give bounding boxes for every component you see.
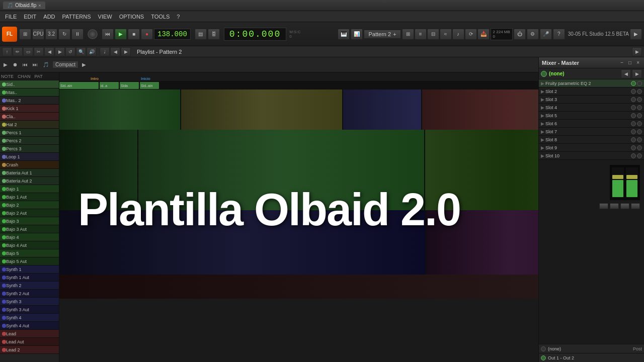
track-row[interactable]: Lead: [0, 330, 59, 338]
track-row[interactable]: Cla..: [0, 113, 59, 121]
menu-view[interactable]: VIEW: [95, 13, 115, 21]
mix-btn3[interactable]: ⊟: [427, 29, 439, 40]
menu-options[interactable]: OPTIONS: [116, 13, 147, 21]
track-content-area[interactable]: Intro Inicio // Will render ruler number…: [59, 72, 538, 362]
track-row[interactable]: Hat 2: [0, 121, 59, 129]
tool-arrow[interactable]: ↑: [2, 47, 12, 56]
playlist-pattern-icon[interactable]: 🎵: [41, 61, 50, 68]
tool-left[interactable]: ◀: [110, 47, 120, 56]
mix-btn6[interactable]: ⟳: [465, 29, 477, 40]
mixer-output-1-2[interactable]: Out 1 - Out 2: [539, 353, 644, 362]
track-row[interactable]: Bateria Aut 2: [0, 177, 59, 185]
menu-patterns[interactable]: PATTERNS: [59, 13, 94, 21]
playlist-scroll-right[interactable]: ▶: [632, 47, 642, 56]
tool-pencil[interactable]: ✏: [13, 47, 23, 56]
playlist-prev-btn[interactable]: ⏮: [21, 61, 29, 68]
track-row[interactable]: Lead 2: [0, 346, 59, 354]
mixer-icon-2[interactable]: 🎛: [208, 29, 220, 40]
tool-notes[interactable]: ♩: [100, 47, 110, 56]
track-row[interactable]: Synth 1 Aut: [0, 274, 59, 282]
menu-file[interactable]: File: [2, 13, 20, 21]
track-row[interactable]: Lead Aut: [0, 338, 59, 346]
track-row[interactable]: Synth 2 Aut: [0, 290, 59, 298]
view-btn2[interactable]: 📊: [351, 29, 363, 40]
nav-right[interactable]: ▶: [630, 29, 642, 40]
fader-control-2[interactable]: [610, 203, 619, 209]
playlist-play-btn[interactable]: ▶: [2, 61, 9, 68]
track-row[interactable]: Synth 2: [0, 282, 59, 290]
track-row[interactable]: Bajo 2: [0, 201, 59, 209]
steps-btn[interactable]: 3.2: [45, 29, 57, 40]
cpu-btn[interactable]: CPU: [32, 29, 44, 40]
mixer-minimize-btn[interactable]: −: [619, 59, 625, 66]
tool-cut[interactable]: ✂: [34, 47, 44, 56]
fader-control-1[interactable]: [599, 203, 608, 209]
file-tab[interactable]: 🎵 Olbaid.flp ×: [3, 2, 45, 9]
track-row[interactable]: Bajo 1: [0, 185, 59, 193]
playlist-settings-btn[interactable]: ▶: [80, 61, 88, 68]
menu-add[interactable]: ADD: [40, 13, 58, 21]
mix-btn7[interactable]: 📥: [477, 29, 490, 40]
snap-btn[interactable]: ⊞: [19, 29, 31, 40]
menu-tools[interactable]: tooLS: [148, 13, 173, 21]
mixer-slot-1[interactable]: ▶ Fruity parametric EQ 2: [539, 79, 644, 87]
mix-btn2[interactable]: ≡: [415, 29, 427, 40]
master-volume-knob[interactable]: [88, 29, 98, 39]
icon-btn4[interactable]: ?: [553, 29, 565, 40]
mixer-slot-8[interactable]: ▶ Slot 8: [539, 136, 644, 144]
track-row[interactable]: Mas..: [0, 88, 59, 97]
mixer-maximize-btn[interactable]: □: [627, 59, 633, 66]
eq-btn[interactable]: ⏸: [71, 29, 84, 40]
mixer-slot-2[interactable]: ▶ Slot 2: [539, 87, 644, 96]
icon-btn2[interactable]: ⚙: [527, 29, 539, 40]
track-row[interactable]: Bajo 5: [0, 249, 59, 257]
mixer-close-btn[interactable]: ×: [635, 59, 641, 66]
track-row[interactable]: Synth 3: [0, 298, 59, 306]
tool-speaker[interactable]: 🔊: [87, 47, 97, 56]
none-selector[interactable]: (none): [549, 71, 565, 76]
mixer-slot-7[interactable]: ▶ Slot 7: [539, 128, 644, 136]
track-row[interactable]: Bajo 3 Aut: [0, 225, 59, 233]
play-btn[interactable]: ▶: [115, 29, 127, 40]
close-tab-button[interactable]: ×: [38, 3, 41, 8]
tool-right[interactable]: ▶: [121, 47, 131, 56]
mixer-slot-6[interactable]: ▶ Slot 6: [539, 120, 644, 128]
mix-btn5[interactable]: ♪: [452, 29, 464, 40]
mixer-icon-1[interactable]: ▤: [195, 29, 207, 40]
mixer-slot-9[interactable]: ▶ Slot 9: [539, 144, 644, 152]
record-btn[interactable]: ●: [141, 29, 153, 40]
track-row[interactable]: Bajo 1 Aut: [0, 193, 59, 201]
track-row[interactable]: Kick 1: [0, 105, 59, 113]
track-row[interactable]: Bajo 4 Aut: [0, 241, 59, 249]
mixer-output-none[interactable]: (none) Post: [539, 344, 644, 353]
track-row[interactable]: Bajo 5 Aut: [0, 257, 59, 265]
tool-prev[interactable]: ◀: [44, 47, 54, 56]
track-row[interactable]: Bateria Aut 1: [0, 169, 59, 177]
track-row[interactable]: Bajo 4: [0, 233, 59, 241]
mixer-nav-left[interactable]: ◀: [621, 69, 631, 78]
track-row[interactable]: Crash: [0, 161, 59, 169]
loop-btn[interactable]: ↻: [58, 29, 70, 40]
track-row[interactable]: Synth 3 Aut: [0, 306, 59, 314]
fader-control-4[interactable]: [631, 203, 640, 209]
mix-btn4[interactable]: ≈: [440, 29, 452, 40]
mixer-slot-4[interactable]: ▶ Slot 4: [539, 104, 644, 112]
mix-btn1[interactable]: ⊞: [402, 29, 414, 40]
pattern-selector[interactable]: Pattern 2 +: [364, 30, 400, 39]
mixer-slot-5[interactable]: ▶ Slot 5: [539, 112, 644, 120]
icon-btn3[interactable]: 🎤: [540, 29, 552, 40]
playlist-next-btn[interactable]: ⏭: [31, 61, 39, 68]
stop-btn[interactable]: ■: [128, 29, 140, 40]
menu-help[interactable]: ?: [174, 13, 183, 21]
track-row[interactable]: Bajo 3: [0, 217, 59, 225]
menu-edit[interactable]: EDIT: [21, 13, 39, 21]
track-row[interactable]: Percs 2: [0, 137, 59, 145]
icon-btn1[interactable]: ⏻: [514, 29, 526, 40]
playlist-record-btn[interactable]: ⏺: [11, 61, 19, 68]
track-row[interactable]: Percs 3: [0, 145, 59, 153]
view-btn1[interactable]: 🎹: [338, 29, 350, 40]
track-row[interactable]: Synth 4 Aut: [0, 322, 59, 330]
mixer-slot-3[interactable]: ▶ Slot 3: [539, 96, 644, 104]
track-row[interactable]: Sid..: [0, 80, 59, 88]
mixer-slot-10[interactable]: ▶ Slot 10: [539, 152, 644, 160]
